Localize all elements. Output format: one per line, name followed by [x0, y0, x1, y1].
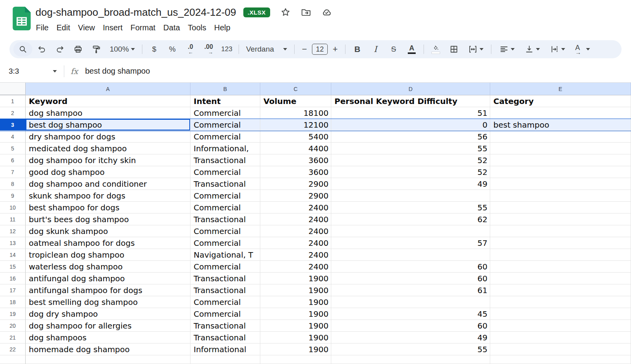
cell-E16[interactable] [490, 273, 631, 284]
column-header-a[interactable]: A [26, 83, 190, 95]
cell-A7[interactable]: good dog shampoo [26, 166, 190, 178]
cell-B12[interactable]: Commercial [190, 225, 260, 237]
row-header-11[interactable]: 11 [0, 214, 26, 225]
cell-A13[interactable]: oatmeal shampoo for dogs [26, 237, 190, 249]
cell-E17[interactable] [490, 284, 631, 296]
cell-D19[interactable]: 45 [331, 308, 490, 320]
cell-C10[interactable]: 2400 [260, 202, 331, 214]
italic-button[interactable]: I [367, 42, 384, 56]
cell-C6[interactable]: 3600 [260, 154, 331, 166]
cell-E13[interactable] [490, 237, 631, 249]
column-header-e[interactable]: E [490, 83, 631, 95]
row-header-14[interactable]: 14 [0, 249, 26, 261]
menu-file[interactable]: File [32, 22, 52, 33]
cell-A14[interactable]: tropiclean dog shampoo [26, 249, 190, 261]
cell-A9[interactable]: skunk shampoo for dogs [26, 190, 190, 202]
cell-D4[interactable]: 56 [331, 131, 490, 143]
cell-A10[interactable]: best shampoo for dogs [26, 202, 190, 214]
cell-E7[interactable] [490, 166, 631, 178]
cell-E14[interactable] [490, 249, 631, 261]
cell-E22[interactable] [490, 344, 631, 355]
cell-B6[interactable]: Transactional [190, 154, 260, 166]
cell-D13[interactable]: 57 [331, 237, 490, 249]
menu-insert[interactable]: Insert [99, 22, 127, 33]
cell-A4[interactable]: dry shampoo for dogs [26, 131, 190, 143]
cell-B10[interactable]: Commercial [190, 202, 260, 214]
cell-A17[interactable]: antifungal shampoo for dogs [26, 284, 190, 296]
cell-D11[interactable]: 62 [331, 214, 490, 225]
cell-E11[interactable] [490, 214, 631, 225]
row-header-13[interactable]: 13 [0, 237, 26, 249]
cell-C8[interactable]: 2900 [260, 178, 331, 190]
cell-B11[interactable]: Transactional [190, 214, 260, 225]
cell-E8[interactable] [490, 178, 631, 190]
row-header-21[interactable]: 21 [0, 332, 26, 344]
search-icon[interactable] [13, 42, 32, 56]
document-title[interactable]: dog-shampoo_broad-match_us_2024-12-09 [35, 6, 236, 19]
column-header-d[interactable]: D [331, 83, 490, 95]
formula-input[interactable]: best dog shampoo [85, 67, 150, 76]
vertical-align-button[interactable] [520, 42, 544, 56]
cell-C22[interactable]: 1900 [260, 344, 331, 355]
star-icon[interactable] [280, 7, 291, 17]
cell-E12[interactable] [490, 225, 631, 237]
redo-icon[interactable] [51, 42, 69, 56]
cell-A22[interactable]: homemade dog shampoo [26, 344, 190, 355]
cell-C19[interactable]: 1900 [260, 308, 331, 320]
menu-tools[interactable]: Tools [184, 22, 210, 33]
borders-button[interactable] [445, 42, 463, 56]
row-header-4[interactable]: 4 [0, 131, 26, 143]
cell-C13[interactable]: 2400 [260, 237, 331, 249]
decrease-font-size-button[interactable]: − [298, 42, 311, 56]
cell-B19[interactable]: Commercial [190, 308, 260, 320]
percent-format-button[interactable]: % [164, 42, 181, 56]
cell-E4[interactable] [490, 131, 631, 143]
cell-E21[interactable] [490, 332, 631, 344]
print-icon[interactable] [69, 42, 87, 56]
column-header-b[interactable]: B [190, 83, 260, 95]
cell-C1[interactable]: Volume [260, 95, 331, 107]
row-header-5[interactable]: 5 [0, 143, 26, 154]
row-header-10[interactable]: 10 [0, 202, 26, 214]
row-header-17[interactable]: 17 [0, 284, 26, 296]
text-color-button[interactable]: A [403, 42, 420, 56]
cell-D10[interactable]: 55 [331, 202, 490, 214]
row-header-16[interactable]: 16 [0, 273, 26, 284]
cell-B4[interactable]: Commercial [190, 131, 260, 143]
cell-E1[interactable]: Category [490, 95, 631, 107]
cell-D20[interactable]: 60 [331, 320, 490, 332]
cell-C3[interactable]: 12100 [260, 119, 331, 131]
cell-A11[interactable]: burt's bees dog shampoo [26, 214, 190, 225]
cell-B[interactable] [190, 355, 260, 364]
cell-B16[interactable]: Transactional [190, 273, 260, 284]
menu-format[interactable]: Format [127, 22, 159, 33]
cell-C20[interactable]: 1900 [260, 320, 331, 332]
cell-D7[interactable]: 52 [331, 166, 490, 178]
row-header-3[interactable]: 3 [0, 119, 26, 131]
paint-format-icon[interactable] [88, 42, 105, 56]
row-header-15[interactable]: 15 [0, 261, 26, 273]
text-rotation-button[interactable]: A→ [570, 42, 594, 56]
menu-help[interactable]: Help [210, 22, 234, 33]
cell-A[interactable] [26, 355, 190, 364]
cell-C18[interactable]: 1900 [260, 296, 331, 308]
zoom-select[interactable]: 100% [106, 42, 139, 56]
cell-B18[interactable]: Commercial [190, 296, 260, 308]
row-header-19[interactable]: 19 [0, 308, 26, 320]
cell-C7[interactable]: 3600 [260, 166, 331, 178]
cell-C16[interactable]: 1900 [260, 273, 331, 284]
text-wrap-button[interactable] [545, 42, 569, 56]
row-header-20[interactable]: 20 [0, 320, 26, 332]
cell-A8[interactable]: dog shampoo and conditioner [26, 178, 190, 190]
strikethrough-button[interactable]: S [385, 42, 402, 56]
cell-A20[interactable]: dog shampoo for allergies [26, 320, 190, 332]
cell-E18[interactable] [490, 296, 631, 308]
cell-C21[interactable]: 1900 [260, 332, 331, 344]
cell-D9[interactable] [331, 190, 490, 202]
select-all-corner[interactable] [0, 83, 26, 95]
cell-B17[interactable]: Transactional [190, 284, 260, 296]
cell-C15[interactable]: 2400 [260, 261, 331, 273]
increase-decimal-button[interactable]: .00→ [200, 42, 217, 56]
cell-E10[interactable] [490, 202, 631, 214]
cloud-saved-icon[interactable] [321, 7, 332, 17]
